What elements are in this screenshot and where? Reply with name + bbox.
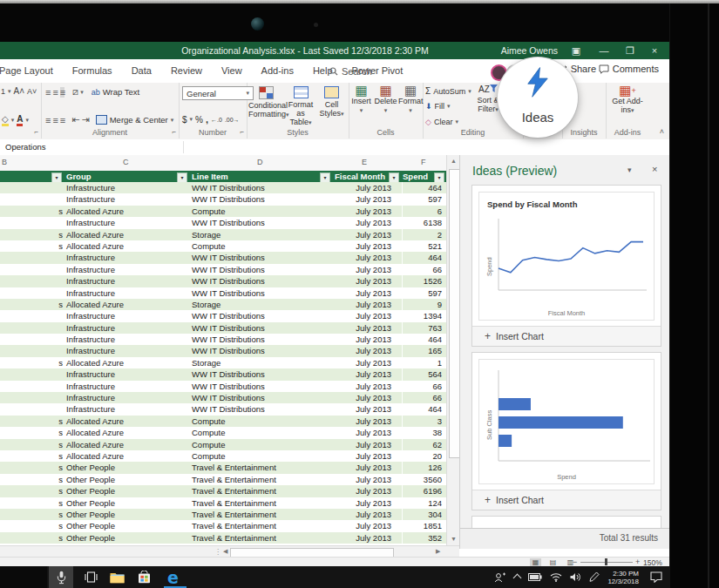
cell-group[interactable]: Other People	[63, 532, 188, 544]
taskbar-clock[interactable]: 2:30 PM 12/3/2018	[607, 570, 639, 585]
cell-line-item[interactable]: Travel & Entertainment	[188, 509, 331, 520]
cell-line-item[interactable]: Storage	[188, 229, 331, 240]
cell-fiscal-month[interactable]: July 2013	[331, 310, 403, 321]
minimize-button[interactable]: —	[594, 42, 614, 59]
cell-b[interactable]	[0, 264, 63, 275]
cell-fiscal-month[interactable]: July 2013	[331, 381, 403, 392]
cell-spend[interactable]: 3560	[403, 474, 446, 485]
cell-group[interactable]: Allocated Azure	[63, 427, 188, 438]
cell-b[interactable]: s	[0, 240, 63, 252]
cell-b[interactable]: s	[0, 497, 63, 509]
header-group[interactable]: Group	[66, 171, 92, 182]
table-row[interactable]: sAllocated AzureStorageJuly 20139	[0, 299, 446, 310]
alignment-dialog-launcher[interactable]: ⌐	[172, 128, 176, 136]
decrease-indent-button[interactable]: ⇤	[71, 114, 78, 125]
table-row[interactable]: InfrastructureWW IT DistributionsJuly 20…	[0, 287, 446, 299]
table-row[interactable]: InfrastructureWW IT DistributionsJuly 20…	[0, 392, 446, 403]
font-color-caret[interactable]: ▾	[25, 117, 29, 124]
cell-line-item[interactable]: WW IT Distributions	[188, 193, 331, 205]
cell-spend[interactable]: 352	[403, 532, 446, 544]
orientation-button[interactable]: ⧄	[72, 86, 78, 98]
table-row[interactable]: sAllocated AzureComputeJuly 2013521	[0, 240, 446, 252]
cell-line-item[interactable]: Travel & Entertainment	[188, 520, 331, 531]
cell-fiscal-month[interactable]: July 2013	[331, 287, 403, 299]
table-row[interactable]: InfrastructureWW IT DistributionsJuly 20…	[0, 252, 446, 263]
cell-spend[interactable]: 464	[403, 334, 446, 345]
formula-bar[interactable]: Operations	[0, 139, 669, 156]
cell-b[interactable]: s	[0, 206, 63, 217]
ideas-panel-menu-icon[interactable]: ▾	[627, 166, 632, 174]
cell-spend[interactable]: 6196	[403, 485, 446, 497]
table-row[interactable]: sAllocated AzureComputeJuly 201320	[0, 450, 446, 462]
table-row[interactable]: InfrastructureWW IT DistributionsJuly 20…	[0, 368, 446, 380]
table-row[interactable]: InfrastructureWW IT DistributionsJuly 20…	[0, 345, 446, 356]
comments-button[interactable]: Comments	[599, 64, 659, 74]
decrease-decimal-button[interactable]: .00→	[225, 117, 240, 123]
cell-group[interactable]: Other People	[63, 497, 188, 509]
align-bottom-button[interactable]: ≡	[60, 87, 64, 98]
cell-spend[interactable]: 126	[403, 462, 446, 473]
cell-group[interactable]: Allocated Azure	[63, 299, 188, 310]
cell-spend[interactable]: 38	[403, 427, 446, 438]
cell-b[interactable]: s	[0, 299, 63, 310]
cell-fiscal-month[interactable]: July 2013	[331, 439, 403, 450]
cell-fiscal-month[interactable]: July 2013	[331, 322, 403, 334]
merge-center-button[interactable]: Merge & Center	[110, 115, 168, 125]
cell-fiscal-month[interactable]: July 2013	[331, 416, 403, 427]
cell-b[interactable]: s	[0, 357, 63, 368]
cell-group[interactable]: Allocated Azure	[63, 229, 188, 240]
table-row[interactable]: InfrastructureWW IT DistributionsJuly 20…	[0, 182, 446, 193]
cell-b[interactable]	[0, 310, 63, 321]
header-fiscal-month[interactable]: Fiscal Month	[335, 171, 385, 182]
name-box[interactable]: Operations	[5, 139, 45, 155]
cell-fiscal-month[interactable]: July 2013	[331, 264, 403, 275]
font-size-controls[interactable]: 1▾ A˄A˅	[1, 86, 37, 96]
cell-b[interactable]	[0, 252, 63, 263]
table-row[interactable]: sOther PeopleTravel & EntertainmentJuly …	[0, 497, 446, 509]
table-row[interactable]: InfrastructureWW IT DistributionsJuly 20…	[0, 275, 446, 287]
signed-in-user[interactable]: Aimee Owens	[501, 42, 558, 59]
microsoft-store-button[interactable]	[135, 568, 153, 586]
cell-fiscal-month[interactable]: July 2013	[331, 532, 403, 544]
cell-b[interactable]	[0, 392, 63, 403]
cell-group[interactable]: Allocated Azure	[63, 450, 188, 462]
insert-chart-button[interactable]: + Insert Chart	[472, 326, 661, 346]
ribbon-tab-add-ins[interactable]: Add-ins	[252, 59, 303, 83]
cell-group[interactable]: Infrastructure	[63, 275, 188, 287]
cell-spend[interactable]: 1851	[403, 520, 446, 531]
cell-line-item[interactable]: WW IT Distributions	[188, 182, 331, 193]
pen-icon[interactable]	[589, 571, 600, 583]
cell-line-item[interactable]: Travel & Entertainment	[188, 462, 331, 473]
filter-button[interactable]: ▾	[389, 172, 399, 183]
cell-spend[interactable]: 464	[403, 182, 446, 193]
fill-color-caret[interactable]: ▾	[11, 117, 15, 124]
cell-spend[interactable]: 124	[403, 497, 446, 509]
table-row[interactable]: sAllocated AzureComputeJuly 20136	[0, 206, 446, 217]
cell-fiscal-month[interactable]: July 2013	[331, 462, 403, 473]
table-row[interactable]: sOther PeopleTravel & EntertainmentJuly …	[0, 462, 446, 473]
cell-group[interactable]: Infrastructure	[63, 334, 188, 345]
cell-spend[interactable]: 9	[403, 299, 446, 310]
cell-group[interactable]: Allocated Azure	[63, 357, 188, 368]
normal-view-button[interactable]: ▦	[530, 558, 541, 566]
percent-style-button[interactable]: %	[195, 115, 203, 125]
cell-spend[interactable]: 20	[403, 450, 446, 462]
search-box[interactable]: Search	[329, 64, 372, 78]
cell-spend[interactable]: 1394	[403, 310, 446, 321]
cell-b[interactable]	[0, 345, 63, 356]
table-row[interactable]: sAllocated AzureComputeJuly 201338	[0, 427, 446, 438]
cell-fiscal-month[interactable]: July 2013	[331, 240, 403, 252]
edge-button[interactable]: e	[164, 568, 182, 586]
cell-fiscal-month[interactable]: July 2013	[331, 345, 403, 356]
cell-line-item[interactable]: WW IT Distributions	[188, 392, 331, 403]
scroll-up-arrow-icon[interactable]: ▲	[447, 155, 460, 167]
cell-line-item[interactable]: WW IT Distributions	[188, 345, 331, 356]
cell-line-item[interactable]: WW IT Distributions	[188, 264, 331, 275]
action-center-icon[interactable]	[650, 571, 662, 583]
scroll-left-arrow-icon[interactable]: ◀	[223, 548, 227, 555]
font-dialog-launcher[interactable]: ⌐	[34, 128, 38, 136]
table-body[interactable]: InfrastructureWW IT DistributionsJuly 20…	[0, 182, 446, 545]
cell-spend[interactable]: 304	[403, 509, 446, 520]
ribbon-tab-page-layout[interactable]: Page Layout	[0, 59, 63, 83]
table-row[interactable]: sAllocated AzureComputeJuly 201362	[0, 439, 446, 450]
